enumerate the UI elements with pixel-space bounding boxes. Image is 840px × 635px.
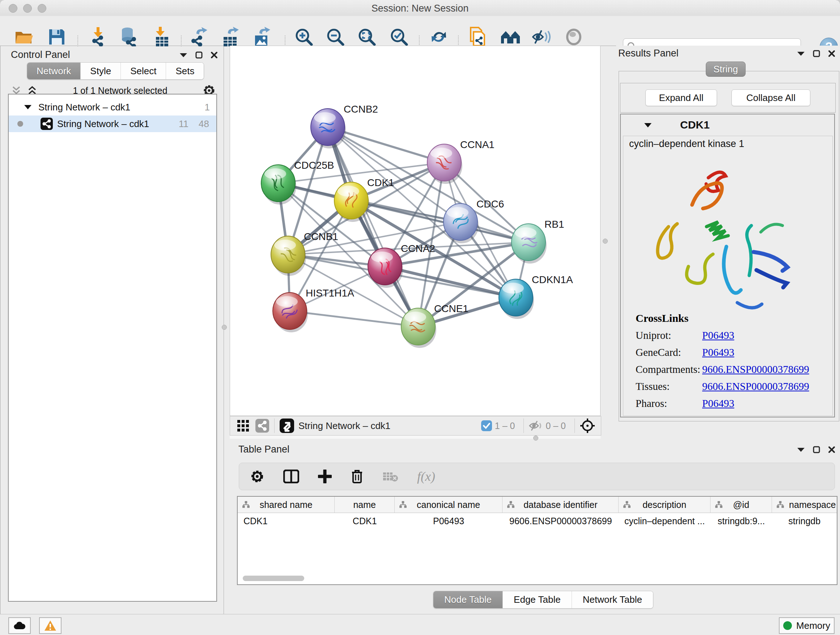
view-mode-button[interactable] xyxy=(256,419,269,432)
column-header-name[interactable]: name xyxy=(335,497,395,513)
clone-network-button[interactable] xyxy=(467,27,488,47)
results-panel: Results Panel String Expand All Collapse… xyxy=(616,46,840,439)
open-folder-icon xyxy=(15,29,34,45)
cloud-icon xyxy=(13,621,26,630)
entry-collapse-icon[interactable] xyxy=(644,122,652,128)
export-table-button[interactable] xyxy=(220,27,240,47)
selected-count: 1 – 0 xyxy=(495,421,515,431)
function-builder-button[interactable]: f(x) xyxy=(417,469,435,484)
zoom-selected-icon xyxy=(390,27,409,46)
detach-view-button[interactable] xyxy=(279,418,294,433)
delete-column-icon[interactable] xyxy=(351,469,363,484)
float-panel-icon[interactable] xyxy=(813,446,820,453)
table-row[interactable]: CDK1 CDK1 P06493 9606.ENSP00000378699 cy… xyxy=(238,513,837,529)
table-options-gear-icon[interactable] xyxy=(250,469,264,484)
column-header-shared-name[interactable]: shared name xyxy=(238,497,335,513)
selected-nodes-checkbox[interactable] xyxy=(481,420,492,431)
float-panel-icon[interactable] xyxy=(813,50,820,57)
compartments-link[interactable]: 9606.ENSP00000378699 xyxy=(702,363,809,375)
horizontal-splitter-handle[interactable] xyxy=(533,435,538,440)
zoom-selected-button[interactable] xyxy=(389,27,409,47)
entry-description: cyclin–dependent kinase 1 xyxy=(629,138,744,149)
memory-label: Memory xyxy=(796,620,830,631)
apply-layout-button[interactable] xyxy=(429,27,449,47)
collapse-all-button[interactable]: Collapse All xyxy=(731,89,810,106)
gray-eye-icon xyxy=(565,29,582,45)
column-header-namespace[interactable]: namespace xyxy=(772,497,837,513)
panel-menu-icon[interactable] xyxy=(797,447,805,452)
hidden-elements-button[interactable] xyxy=(529,420,543,431)
hide-unhide-button[interactable] xyxy=(532,27,553,47)
cloud-button[interactable] xyxy=(8,617,31,634)
memory-button[interactable]: Memory xyxy=(779,617,835,634)
column-header-id[interactable]: @id xyxy=(711,497,772,513)
close-panel-icon[interactable] xyxy=(210,51,218,59)
uniprot-link[interactable]: P06493 xyxy=(702,329,734,341)
refresh-icon xyxy=(430,27,448,46)
save-session-button[interactable] xyxy=(47,27,67,47)
show-all-networks-button[interactable] xyxy=(500,27,521,47)
zoom-fit-icon xyxy=(357,27,376,46)
tab-edge-table[interactable]: Edge Table xyxy=(502,591,572,608)
column-header-canonical-name[interactable]: canonical name xyxy=(395,497,502,513)
crosslink-row: Pharos: P06493 xyxy=(636,397,809,409)
hierarchy-icon xyxy=(399,501,407,509)
collection-count: 1 xyxy=(205,102,210,113)
import-network-button[interactable] xyxy=(88,27,108,47)
hierarchy-icon xyxy=(242,501,250,509)
horizontal-scrollbar-thumb[interactable] xyxy=(243,576,304,581)
add-column-icon[interactable] xyxy=(318,470,332,483)
network-collection-row[interactable]: String Network – cdk1 1 xyxy=(9,99,216,116)
svg-text:CCNE1: CCNE1 xyxy=(434,303,469,314)
network-node-count: 11 xyxy=(179,119,188,130)
network-canvas[interactable]: CCNB2CCNA1CDC25BCDK1CDC6RB1CCNB1CCNA2CDK… xyxy=(230,46,600,416)
import-table-button[interactable] xyxy=(151,27,172,47)
save-floppy-icon xyxy=(49,29,65,45)
warnings-button[interactable] xyxy=(39,617,62,634)
show-grid-button[interactable] xyxy=(237,420,249,432)
crosslinks-section: CrossLinks Uniprot: P06493 GeneCard: P06… xyxy=(636,312,809,409)
column-header-database-identifier[interactable]: database identifier xyxy=(502,497,619,513)
open-session-button[interactable] xyxy=(14,27,34,47)
collection-collapse-icon[interactable] xyxy=(24,104,32,110)
network-graph[interactable]: CCNB2CCNA1CDC25BCDK1CDC6RB1CCNB1CCNA2CDK… xyxy=(230,46,600,416)
expand-all-button[interactable]: Expand All xyxy=(645,89,717,106)
tab-string[interactable]: String xyxy=(706,62,745,77)
tab-sets[interactable]: Sets xyxy=(166,63,204,79)
toggle-bird-eye-button[interactable] xyxy=(564,27,584,47)
node-table[interactable]: shared name name canonical name database… xyxy=(237,496,837,585)
show-columns-icon[interactable] xyxy=(283,470,299,483)
network-row[interactable]: String Network – cdk1 11 48 xyxy=(9,116,216,132)
zoom-in-button[interactable] xyxy=(294,27,314,47)
export-network-button[interactable] xyxy=(189,27,209,47)
crosslink-row: GeneCard: P06493 xyxy=(636,347,809,358)
genecard-link[interactable]: P06493 xyxy=(702,347,734,358)
float-panel-icon[interactable] xyxy=(195,51,202,59)
tab-network[interactable]: Network xyxy=(27,63,80,79)
delete-table-icon[interactable] xyxy=(382,470,398,483)
zoom-fit-button[interactable] xyxy=(357,27,377,47)
panel-menu-icon[interactable] xyxy=(797,51,805,56)
close-panel-icon[interactable] xyxy=(828,446,835,453)
svg-text:CDK1: CDK1 xyxy=(367,177,394,188)
import-network-from-database-button[interactable] xyxy=(118,27,138,47)
panel-menu-icon[interactable] xyxy=(180,52,187,57)
column-header-description[interactable]: description xyxy=(619,497,710,513)
cell-database-identifier: 9606.ENSP00000378699 xyxy=(502,516,619,526)
tab-node-table[interactable]: Node Table xyxy=(433,591,502,608)
tab-style[interactable]: Style xyxy=(80,63,120,79)
tissues-link[interactable]: 9606.ENSP00000378699 xyxy=(702,380,809,393)
export-image-button[interactable] xyxy=(252,27,272,47)
main-toolbar: ? xyxy=(0,16,840,46)
close-panel-icon[interactable] xyxy=(828,50,835,57)
toolbar-separator xyxy=(274,418,275,433)
zoom-out-button[interactable] xyxy=(325,27,346,47)
fit-content-button[interactable] xyxy=(580,418,595,433)
vertical-splitter-handle[interactable] xyxy=(603,239,608,244)
tab-network-table[interactable]: Network Table xyxy=(572,591,653,608)
network-tree: String Network – cdk1 1 String Network –… xyxy=(8,94,217,602)
pharos-link[interactable]: P06493 xyxy=(702,397,734,409)
vertical-splitter-handle[interactable] xyxy=(222,325,227,330)
image-export-icon xyxy=(253,27,271,47)
tab-select[interactable]: Select xyxy=(120,63,166,79)
